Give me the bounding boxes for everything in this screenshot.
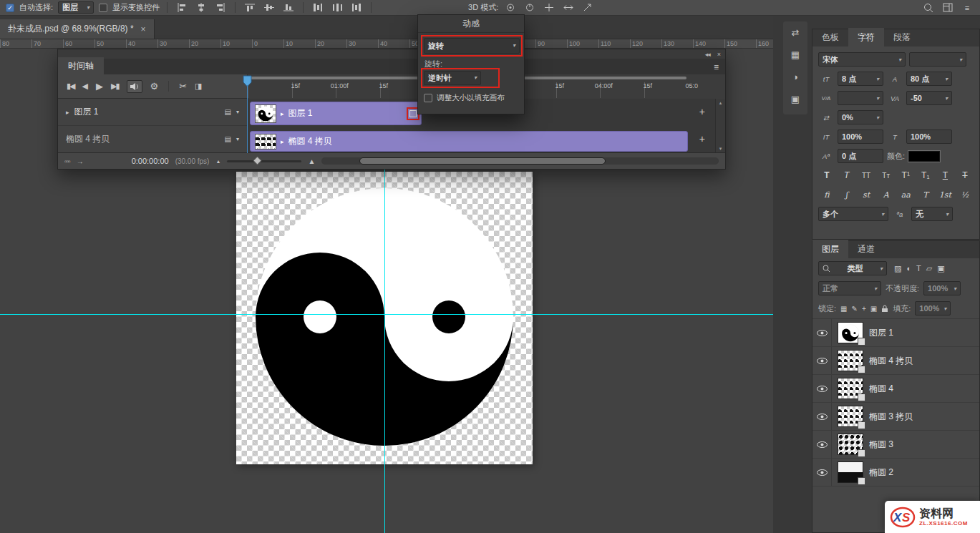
layer-row[interactable]: 椭圆 3 拷贝 <box>812 403 979 431</box>
discretionary-ligatures-button[interactable]: st <box>858 187 875 202</box>
align-right-edges-icon[interactable] <box>213 1 228 14</box>
panel-menu-icon[interactable]: ≡ <box>707 62 725 74</box>
close-icon[interactable]: × <box>717 51 720 58</box>
zoom-out-icon[interactable]: ▲ <box>215 159 220 164</box>
timeline-settings-gear-icon[interactable]: ⚙ <box>150 81 159 92</box>
tab-character[interactable]: 字符 <box>848 28 884 47</box>
font-style-select[interactable]: ▾ <box>909 52 966 67</box>
workspace-switcher-icon[interactable] <box>941 1 955 14</box>
rotate-direction-dropdown[interactable]: 逆时针 ▾ <box>424 71 481 85</box>
filter-adjustment-layers-icon[interactable]: ◐ <box>906 264 911 273</box>
layer-visibility-eye-icon[interactable] <box>812 431 832 458</box>
swash-button[interactable]: A <box>878 187 895 202</box>
add-media-button[interactable]: + <box>699 133 705 145</box>
document-tab[interactable]: 卦未成品.psd @ 68.9%(RGB/8) * × <box>0 19 155 39</box>
layer-thumbnail[interactable] <box>838 406 863 427</box>
layer-visibility-eye-icon[interactable] <box>812 403 832 430</box>
timeline-clip-ellipse4copy[interactable]: ▸ 椭圆 4 拷贝 <box>250 131 688 152</box>
tab-channels[interactable]: 通道 <box>848 240 884 258</box>
first-frame-button[interactable]: ▮◀ <box>67 82 74 91</box>
ordinals-button[interactable]: 1st <box>936 187 954 202</box>
layer-row[interactable]: 椭圆 2 <box>812 459 979 486</box>
layer-row[interactable]: 椭圆 4 <box>812 375 979 403</box>
font-family-select[interactable]: 宋体▾ <box>818 52 906 67</box>
align-top-edges-icon[interactable] <box>243 1 257 14</box>
auto-select-checkbox[interactable]: ✓ <box>6 4 14 12</box>
timeline-zoom-slider[interactable] <box>227 160 301 162</box>
anti-alias-select[interactable]: 无▾ <box>911 207 953 221</box>
split-scissors-icon[interactable]: ✂ <box>179 81 187 92</box>
layer-thumbnail[interactable] <box>838 434 863 455</box>
scrollbar-thumb[interactable] <box>359 157 606 165</box>
fractions-button[interactable]: ½ <box>956 187 974 202</box>
horizontal-ruler[interactable]: 8070605040302010010203040506070809010011… <box>0 39 773 49</box>
3d-slide-icon[interactable] <box>561 1 576 14</box>
tab-swatches[interactable]: 色板 <box>812 28 848 47</box>
play-button[interactable]: ▶ <box>96 81 103 92</box>
swatches-panel-icon[interactable]: ▦ <box>791 49 800 60</box>
audio-mute-button[interactable] <box>127 80 142 93</box>
layer-thumbnail[interactable] <box>838 461 863 483</box>
layer-thumbnail[interactable] <box>838 322 863 343</box>
small-caps-button[interactable]: Tᴛ <box>878 168 895 182</box>
filter-type-layers-icon[interactable]: T <box>916 264 921 273</box>
filter-pixel-layers-icon[interactable]: ▨ <box>894 264 901 273</box>
timeline-vertical-scrollbar[interactable]: ▴ ▾ <box>715 99 725 153</box>
track-options-icon[interactable]: ▤ <box>225 108 231 116</box>
search-icon[interactable] <box>921 1 936 14</box>
superscript-button[interactable]: T¹ <box>897 168 914 182</box>
track-header[interactable]: ▸ 图层 1 ▤ ▾ <box>58 99 247 126</box>
3d-roll-icon[interactable] <box>523 1 537 14</box>
chevron-down-icon[interactable]: ▾ <box>236 109 239 115</box>
lock-transparent-icon[interactable]: ▦ <box>840 305 847 313</box>
tab-paragraph[interactable]: 段落 <box>884 28 920 47</box>
leading-select[interactable]: 80 点▾ <box>906 72 952 86</box>
zoom-slider-handle[interactable] <box>253 156 263 165</box>
horizontal-guide[interactable] <box>0 314 773 315</box>
previous-frame-button[interactable]: ◀ <box>82 82 88 91</box>
chevron-down-icon[interactable]: ▾ <box>236 136 239 142</box>
tab-timeline[interactable]: 时间轴 <box>58 57 104 74</box>
tracking-select[interactable]: -50▾ <box>906 91 952 105</box>
filter-shape-layers-icon[interactable]: ▱ <box>926 264 932 273</box>
distribute-right-icon[interactable] <box>349 1 364 14</box>
faux-italic-button[interactable]: T <box>838 168 855 182</box>
layer-thumbnail[interactable] <box>838 378 863 399</box>
resize-canvas-checkbox[interactable] <box>424 94 432 102</box>
lock-position-icon[interactable]: + <box>862 305 866 313</box>
layer-filter-select[interactable]: 类型 ▾ <box>818 261 887 275</box>
distribute-left-icon[interactable] <box>311 1 325 14</box>
transition-icon[interactable]: ◨ <box>195 82 202 91</box>
align-bottom-edges-icon[interactable] <box>281 1 296 14</box>
collapse-panel-icon[interactable]: ◂◂ <box>705 51 710 58</box>
track-options-icon[interactable]: ▤ <box>225 135 231 143</box>
disclosure-icon[interactable]: ▸ <box>281 138 284 145</box>
layer-visibility-eye-icon[interactable] <box>812 459 832 486</box>
baseline-shift-field[interactable]: 0 点 <box>838 149 883 163</box>
3d-orbit-icon[interactable] <box>503 1 518 14</box>
blend-mode-select[interactable]: 正常▾ <box>818 281 881 295</box>
layer-visibility-eye-icon[interactable] <box>812 375 832 402</box>
expand-panels-icon[interactable]: ⇄ <box>792 27 800 38</box>
close-icon[interactable]: × <box>141 24 146 34</box>
motion-style-dropdown[interactable]: 旋转 ▾ <box>424 38 520 54</box>
auto-select-target-dropdown[interactable]: 图层 ▾ <box>58 1 94 14</box>
kerning-select[interactable]: ▾ <box>838 91 883 105</box>
lock-all-icon[interactable] <box>881 305 888 313</box>
contextual-alternates-button[interactable]: ʃ <box>838 187 855 202</box>
align-left-edges-icon[interactable] <box>175 1 189 14</box>
align-horizontal-centers-icon[interactable] <box>194 1 208 14</box>
vertical-scale-field[interactable]: 100% <box>838 129 883 144</box>
zoom-in-icon[interactable]: ▲ <box>308 157 315 165</box>
clip-motion-button[interactable] <box>408 109 418 119</box>
filter-smart-objects-icon[interactable]: ▣ <box>937 264 944 273</box>
layer-visibility-eye-icon[interactable] <box>812 319 832 346</box>
show-transform-checkbox[interactable] <box>99 4 107 12</box>
language-select[interactable]: 多个▾ <box>818 207 888 221</box>
stylistic-alternates-button[interactable]: aa <box>897 187 914 202</box>
add-media-button[interactable]: + <box>699 106 705 117</box>
3d-pan-icon[interactable] <box>542 1 556 14</box>
ligatures-button[interactable]: fi <box>818 187 835 202</box>
proportional-spacing-select[interactable]: 0%▾ <box>838 110 883 124</box>
layer-visibility-eye-icon[interactable] <box>812 347 832 374</box>
